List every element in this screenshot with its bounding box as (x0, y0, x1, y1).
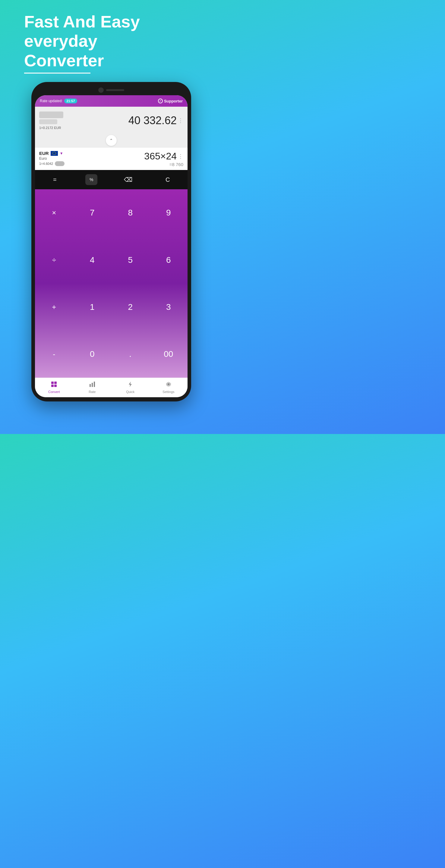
check-icon: ✓ (158, 98, 163, 103)
bottom-nav: ConvertRateQuickSettings (35, 378, 187, 397)
svg-rect-9 (51, 381, 54, 384)
eur-rate-text: 1=4.6042 (39, 162, 53, 165)
top-dots-icon[interactable]: ⋮ (177, 117, 183, 124)
key-9-button[interactable]: 9 (150, 189, 188, 236)
nav-item-settings[interactable]: Settings (150, 380, 188, 395)
status-bar: Rate updated: 21:57 ✓ Supporter (35, 95, 187, 107)
camera-icon (98, 87, 104, 93)
bottom-dots-icon[interactable]: ⋮ (177, 153, 183, 160)
eur-code: EUR (39, 151, 49, 156)
chevron-up-button[interactable]: ⌃ (106, 135, 117, 146)
speaker (106, 89, 124, 91)
hero-line1: Fast And Easy (24, 12, 140, 31)
key-0-button[interactable]: 0 (73, 331, 112, 378)
nav-flash-icon (127, 381, 134, 389)
percent-button[interactable]: % (85, 174, 97, 185)
hero-line2: everyday (24, 31, 97, 50)
eu-flag-icon: ★ ★ ★ ★ ★ ★ ★ ★ (51, 151, 58, 156)
hero-section: Fast And Easy everyday Converter (0, 0, 222, 73)
nav-label-convert: Convert (48, 390, 60, 394)
key-4-button[interactable]: 4 (73, 236, 112, 283)
rate-label: Rate updated: (40, 99, 62, 103)
key-2-button[interactable]: 2 (111, 284, 150, 331)
top-amount-container: 40 332.62 ⋮ (128, 114, 183, 127)
svg-text:★: ★ (53, 153, 54, 155)
key-3-button[interactable]: 3 (150, 284, 188, 331)
svg-text:★: ★ (55, 153, 56, 155)
top-amount: 40 332.62 (128, 114, 177, 127)
top-exchange-rate: 1=0.2172 EUR (39, 126, 63, 130)
svg-rect-10 (54, 381, 57, 384)
svg-marker-16 (129, 381, 132, 387)
phone-notch (35, 86, 187, 94)
nav-item-quick[interactable]: Quick (111, 380, 150, 395)
eur-top-row[interactable]: EUR ★ ★ ★ ★ ★ ★ (39, 151, 64, 156)
svg-text:★: ★ (53, 151, 54, 153)
nav-label-quick: Quick (126, 390, 135, 394)
hero-line3: Converter (24, 51, 104, 70)
keypad-grid: ×789÷456+123-0.00 (35, 189, 187, 378)
bottom-currency-row: EUR ★ ★ ★ ★ ★ ★ (39, 151, 183, 167)
nav-label-rate: Rate (89, 390, 95, 394)
bottom-currency-display: EUR ★ ★ ★ ★ ★ ★ (35, 148, 187, 170)
key-1-button[interactable]: 1 (73, 284, 112, 331)
eur-rate-row: 1=4.6042 (39, 161, 64, 166)
backspace-button[interactable]: ⌫ (119, 173, 137, 186)
calc-expression-section: 365×24 ⋮ =8 760 (144, 151, 183, 167)
top-currency-flag2 (39, 119, 57, 124)
nav-item-rate[interactable]: Rate (73, 380, 112, 395)
eur-left-section: EUR ★ ★ ★ ★ ★ ★ (39, 151, 64, 166)
top-currency-display: 1=0.2172 EUR 40 332.62 ⋮ (35, 107, 187, 133)
key-8-button[interactable]: 8 (111, 189, 150, 236)
key--button[interactable]: × (35, 189, 73, 236)
clear-button[interactable]: C (158, 173, 177, 186)
top-currency-left: 1=0.2172 EUR (39, 112, 63, 130)
supporter-label: Supporter (164, 99, 183, 103)
top-currency-row: 1=0.2172 EUR 40 332.62 ⋮ (39, 110, 183, 131)
phone-shell: Rate updated: 21:57 ✓ Supporter 1=0.2172… (31, 82, 191, 401)
keypad-top-row: = % ⌫ C (35, 170, 187, 189)
result-text: =8 760 (144, 162, 183, 167)
key--button[interactable]: - (35, 331, 73, 378)
supporter-badge[interactable]: ✓ Supporter (158, 98, 183, 103)
equals-button[interactable]: = (46, 173, 64, 186)
svg-rect-11 (51, 384, 54, 387)
nav-item-convert[interactable]: Convert (35, 380, 73, 395)
key-6-button[interactable]: 6 (150, 236, 188, 283)
time-badge: 21:57 (64, 98, 77, 103)
hero-underline (24, 73, 90, 73)
key-00-button[interactable]: 00 (150, 331, 188, 378)
currency-dropdown-arrow[interactable]: ▼ (60, 151, 63, 156)
key--button[interactable]: . (111, 331, 150, 378)
key-5-button[interactable]: 5 (111, 236, 150, 283)
phone-screen: Rate updated: 21:57 ✓ Supporter 1=0.2172… (35, 95, 187, 397)
svg-rect-14 (92, 383, 93, 387)
key--button[interactable]: + (35, 284, 73, 331)
nav-bar-chart-icon (89, 381, 95, 389)
svg-rect-12 (54, 384, 57, 387)
svg-text:★: ★ (55, 151, 56, 153)
key--button[interactable]: ÷ (35, 236, 73, 283)
key-7-button[interactable]: 7 (73, 189, 112, 236)
top-currency-flag (39, 112, 63, 118)
svg-rect-13 (90, 384, 91, 387)
toggle-pill[interactable] (55, 161, 64, 166)
svg-rect-15 (94, 381, 95, 387)
rate-updated-section: Rate updated: 21:57 (40, 98, 77, 103)
expression-text: 365×24 (144, 151, 177, 162)
divider-row: ⌃ (35, 133, 187, 148)
eur-full-name: Euro (39, 156, 64, 161)
nav-grid-icon (51, 381, 57, 389)
nav-label-settings: Settings (162, 390, 175, 394)
nav-gear-icon (165, 381, 172, 389)
